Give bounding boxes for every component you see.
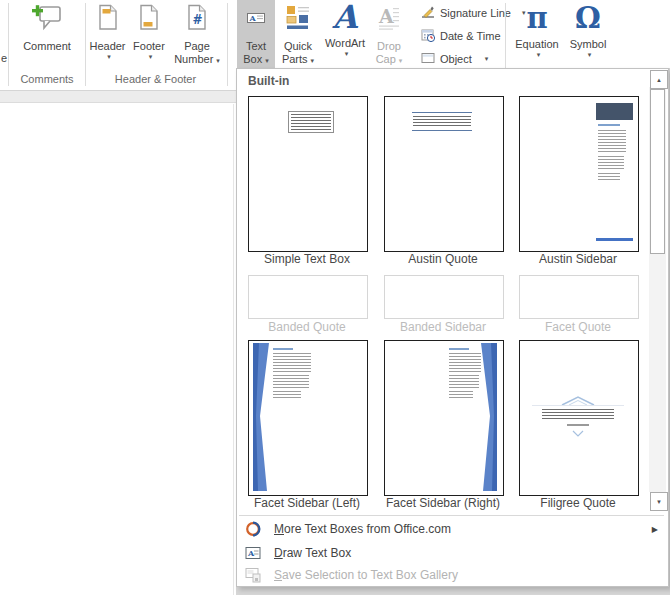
- menu-item-label: Draw Text Box: [274, 546, 351, 560]
- equation-button[interactable]: π Equation ▾: [512, 1, 562, 67]
- scroll-down-button[interactable]: ▼: [650, 492, 668, 511]
- gallery-item-facet-sidebar-right[interactable]: [384, 340, 504, 496]
- wordart-button[interactable]: A WordArt ▾: [321, 1, 369, 67]
- quick-parts-button[interactable]: Quick Parts▾: [277, 1, 319, 67]
- gallery-item-facet-sidebar-left[interactable]: [248, 340, 368, 496]
- facet-right-band: [385, 341, 501, 493]
- gallery-item-label: Banded Sidebar: [378, 320, 508, 334]
- menu-item-save-selection[interactable]: Save Selection to Text Box Gallery: [238, 565, 670, 584]
- signature-line-label: Signature Line: [440, 7, 511, 19]
- text-box-label-line1: Text: [246, 40, 266, 53]
- drop-cap-label-line2: Cap▾: [376, 53, 403, 67]
- gallery-item-label: Filigree Quote: [513, 496, 643, 510]
- document-edge-line: [233, 104, 234, 595]
- comment-button-label: Comment: [23, 40, 71, 53]
- svg-text:#: #: [193, 13, 203, 27]
- gallery-item-banded-sidebar[interactable]: [384, 275, 504, 319]
- dropdown-arrow-icon: ▾: [485, 55, 489, 63]
- signature-line-icon: [421, 5, 435, 21]
- header-button-label: Header: [89, 40, 125, 53]
- page-number-icon: #: [187, 1, 207, 40]
- symbol-button[interactable]: Ω Symbol ▾: [563, 1, 613, 67]
- gallery-item-label: Banded Quote: [242, 320, 372, 334]
- wordart-label: WordArt: [325, 37, 365, 50]
- wordart-icon: A: [333, 1, 358, 37]
- austin-sidebar-preview: [596, 103, 633, 120]
- footer-icon: [139, 1, 159, 40]
- gallery-item-label: Facet Sidebar (Left): [242, 496, 372, 510]
- date-time-button[interactable]: Date & Time: [421, 26, 501, 45]
- svg-text:A: A: [378, 5, 394, 27]
- quick-parts-label-line2: Parts▾: [282, 53, 314, 67]
- header-button[interactable]: Header ▾: [87, 1, 128, 67]
- date-time-icon: [421, 28, 435, 44]
- object-icon: [421, 51, 435, 67]
- submenu-arrow-icon: ▶: [652, 525, 658, 534]
- text-box-button[interactable]: A Text Box▾: [237, 0, 275, 68]
- gallery-item-label: Facet Quote: [513, 320, 643, 334]
- text-box-label-line2: Box▾: [243, 53, 268, 67]
- scroll-up-button[interactable]: ▲: [650, 70, 668, 89]
- quick-parts-icon: [286, 1, 310, 40]
- object-label: Object: [440, 53, 472, 65]
- dropdown-arrow-icon: ▾: [216, 57, 220, 64]
- austin-quote-preview: [412, 112, 472, 131]
- group-separator: [85, 3, 86, 86]
- footer-button[interactable]: Footer ▾: [129, 1, 169, 67]
- comment-button[interactable]: Comment: [13, 1, 81, 67]
- dropdown-arrow-icon: ▾: [588, 51, 592, 59]
- footer-button-label: Footer: [133, 40, 165, 53]
- dropdown-arrow-icon: ▾: [537, 51, 541, 59]
- new-comment-icon: [31, 1, 63, 40]
- symbol-label: Symbol: [570, 38, 607, 51]
- menu-item-draw-text-box[interactable]: A Draw Text Box: [238, 541, 670, 565]
- menu-item-more-text-boxes[interactable]: More Text Boxes from Office.com ▶: [238, 517, 670, 541]
- gallery-scrollbar-thumb[interactable]: [650, 89, 665, 254]
- dropdown-arrow-icon: ▾: [345, 50, 349, 58]
- drop-cap-button[interactable]: A Drop Cap▾: [369, 1, 409, 67]
- page-number-label-line1: Page: [184, 40, 210, 53]
- drop-cap-label-line1: Drop: [377, 40, 401, 53]
- group-label-comments: Comments: [13, 73, 81, 85]
- text-box-gallery-panel: Built-in ▲ ▼ Simple Text Box Austin Quot…: [236, 68, 669, 587]
- gallery-item-filigree-quote[interactable]: [519, 340, 639, 496]
- dropdown-arrow-icon: ▾: [149, 53, 153, 61]
- page-number-button[interactable]: # Page Number▾: [170, 1, 224, 67]
- gallery-item-label: Facet Sidebar (Right): [378, 496, 508, 510]
- menu-item-label: Save Selection to Text Box Gallery: [274, 568, 458, 582]
- simple-text-box-preview: [288, 111, 334, 133]
- office-com-icon: [245, 521, 261, 537]
- page-number-label-line2: Number▾: [174, 53, 220, 67]
- gallery-item-facet-quote[interactable]: [519, 275, 639, 319]
- scroll-down-icon: ▼: [656, 499, 662, 505]
- gallery-item-label: Austin Quote: [378, 252, 508, 266]
- clipped-ribbon-text: e: [1, 52, 7, 64]
- dropdown-arrow-icon: ▾: [265, 57, 269, 64]
- gallery-section-header: Built-in: [248, 74, 289, 88]
- dropdown-arrow-icon: ▾: [107, 53, 111, 61]
- signature-line-button[interactable]: Signature Line ▾: [421, 3, 525, 22]
- object-button[interactable]: Object ▾: [421, 49, 488, 68]
- gallery-item-austin-sidebar[interactable]: [519, 96, 639, 252]
- menu-item-label: More Text Boxes from Office.com: [274, 522, 451, 536]
- gallery-item-simple-text-box[interactable]: [248, 96, 368, 252]
- save-gallery-icon: [245, 567, 261, 583]
- quick-parts-label-line1: Quick: [284, 40, 312, 53]
- dropdown-arrow-icon: ▾: [311, 57, 315, 64]
- gallery-item-banded-quote[interactable]: [248, 275, 368, 319]
- header-icon: [98, 1, 118, 40]
- group-separator: [8, 3, 9, 86]
- text-box-icon: A: [246, 1, 266, 40]
- equation-pi-icon: π: [526, 1, 547, 38]
- scroll-up-icon: ▲: [656, 77, 662, 83]
- gallery-item-label: Simple Text Box: [242, 252, 372, 266]
- svg-text:A: A: [247, 548, 255, 558]
- group-separator: [227, 3, 228, 86]
- gallery-item-austin-quote[interactable]: [384, 96, 504, 252]
- symbol-omega-icon: Ω: [575, 1, 601, 38]
- draw-text-box-icon: A: [245, 545, 261, 561]
- dropdown-arrow-icon: ▾: [399, 57, 403, 64]
- word-insert-ribbon-textbox-gallery: e Comment Comments Header ▾: [0, 0, 670, 595]
- group-label-header-footer: Header & Footer: [87, 73, 224, 85]
- date-time-label: Date & Time: [440, 30, 501, 42]
